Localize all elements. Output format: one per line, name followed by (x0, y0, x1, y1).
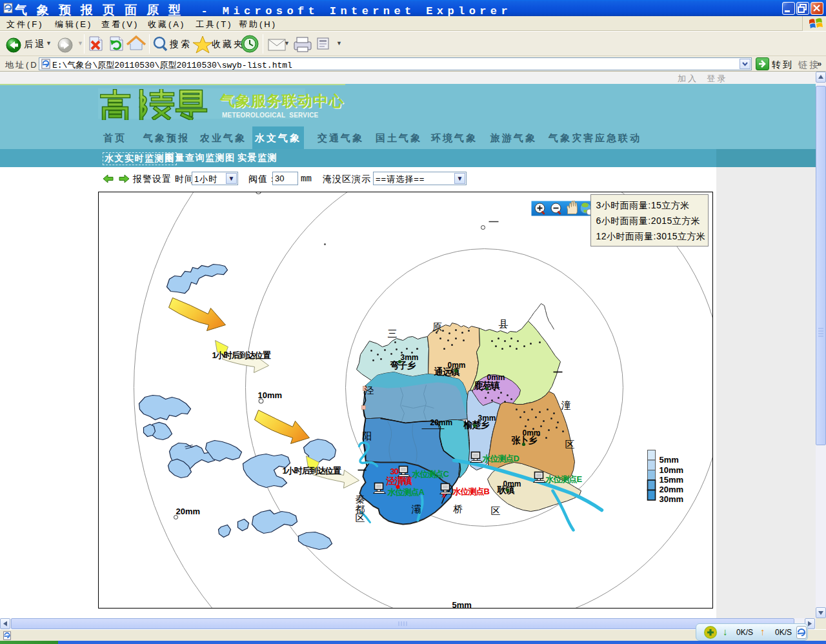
svg-text:10mm: 10mm (660, 465, 684, 475)
svg-text:泾渭镇: 泾渭镇 (386, 476, 412, 486)
svg-text:20mm: 20mm (660, 485, 684, 494)
svg-text:10mm: 10mm (258, 390, 283, 400)
svg-text:区: 区 (491, 505, 501, 516)
svg-text:水位测点C: 水位测点C (412, 469, 450, 479)
svg-text:三: 三 (388, 328, 398, 339)
svg-text:3mm: 3mm (478, 414, 496, 423)
svg-text:区: 区 (356, 512, 365, 523)
svg-text:30mm: 30mm (660, 494, 684, 504)
svg-text:15mm: 15mm (660, 475, 684, 485)
svg-text:20mm: 20mm (430, 418, 453, 427)
svg-text:0mm: 0mm (503, 479, 521, 488)
svg-text:泾: 泾 (365, 385, 374, 396)
svg-text:水位测点E: 水位测点E (545, 474, 583, 484)
svg-text:区: 区 (565, 439, 575, 450)
svg-text:5mm: 5mm (452, 600, 472, 609)
svg-text:县: 县 (499, 318, 509, 329)
svg-text:12小时面雨量:3015立方米: 12小时面雨量:3015立方米 (596, 231, 706, 241)
svg-text:桥: 桥 (453, 503, 463, 514)
svg-text:3mm: 3mm (401, 353, 419, 362)
svg-text:1小时后到达位置: 1小时后到达位置 (212, 350, 271, 360)
svg-text:0mm: 0mm (523, 428, 541, 438)
svg-text:6小时面雨量:2015立方米: 6小时面雨量:2015立方米 (596, 216, 701, 226)
svg-text:30: 30 (390, 467, 399, 476)
svg-text:20mm: 20mm (176, 507, 201, 516)
svg-text:0mm: 0mm (487, 373, 505, 382)
svg-text:水位测点A: 水位测点A (387, 487, 425, 497)
svg-text:5mm: 5mm (660, 455, 679, 465)
svg-text:水位测点B: 水位测点B (452, 487, 490, 496)
svg-text:原: 原 (432, 321, 442, 332)
svg-text:水位测点D: 水位测点D (482, 454, 519, 463)
svg-text:灞: 灞 (412, 503, 421, 514)
svg-text:阳: 阳 (363, 430, 372, 441)
svg-text:0mm: 0mm (448, 361, 466, 370)
svg-text:3小时面雨量:15立方米: 3小时面雨量:15立方米 (596, 200, 690, 210)
svg-text:潼: 潼 (561, 399, 571, 410)
svg-text:1小时后到达位置: 1小时后到达位置 (283, 466, 341, 476)
